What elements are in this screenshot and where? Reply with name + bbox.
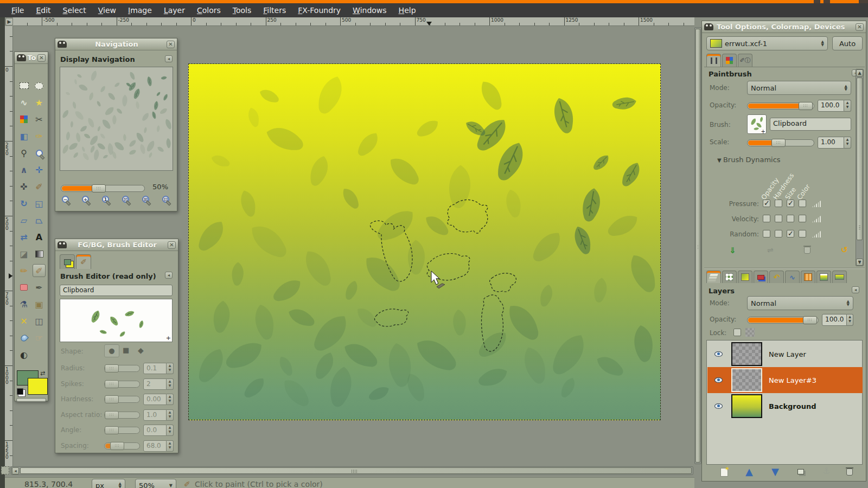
- menu-fx-foundry[interactable]: FX-Foundry: [292, 4, 347, 16]
- close-icon[interactable]: ✕: [37, 54, 46, 62]
- dynamics-random-opacity-checkbox[interactable]: [763, 230, 770, 237]
- delete-dynamics-icon[interactable]: [804, 247, 810, 254]
- menu-layer[interactable]: Layer: [158, 4, 191, 16]
- layer-mode-select[interactable]: Normal▲▼: [747, 296, 853, 310]
- tab-fg-bg-colors[interactable]: [60, 254, 75, 269]
- delete-layer-button[interactable]: [846, 468, 853, 476]
- tab-paths[interactable]: ∿: [785, 271, 800, 283]
- auto-button[interactable]: Auto: [832, 36, 863, 50]
- brush-editor-titlebar[interactable]: FG/BG, Brush Editor ✕: [55, 239, 178, 251]
- menu-file[interactable]: File: [5, 4, 30, 16]
- restore-dynamics-icon[interactable]: ⇌: [767, 246, 774, 254]
- ink-tool[interactable]: ⚗: [17, 298, 30, 311]
- perspective-tool[interactable]: ⏢: [33, 214, 46, 227]
- heal-tool[interactable]: ✕: [17, 314, 30, 328]
- move-tool[interactable]: ✛: [33, 163, 46, 176]
- paths-tool[interactable]: ✑: [33, 130, 46, 143]
- collapse-icon[interactable]: ◂: [852, 286, 859, 293]
- layer-row-new-layer[interactable]: New Layer: [707, 341, 863, 367]
- clone-tool[interactable]: ▣: [33, 298, 46, 311]
- fuzzy-select-tool[interactable]: ★: [33, 96, 46, 109]
- visibility-eye-icon[interactable]: [714, 377, 723, 383]
- unit-select[interactable]: px▲▼: [92, 479, 125, 488]
- navigation-preview[interactable]: [60, 67, 173, 171]
- menu-tools[interactable]: Tools: [227, 4, 258, 16]
- shape-circle-button[interactable]: ●: [104, 344, 119, 357]
- foreground-select-tool[interactable]: ◧: [17, 130, 30, 143]
- zoom-tool[interactable]: [33, 146, 46, 159]
- brush-select[interactable]: Clipboard: [770, 118, 851, 131]
- layer-thumbnail[interactable]: [731, 368, 762, 392]
- visibility-eye-icon[interactable]: [714, 403, 723, 409]
- dock-titlebar[interactable]: Tool Options, Colormap, Devices ✕: [702, 21, 866, 33]
- tab-device-status[interactable]: ✐ⓘ: [738, 54, 752, 67]
- paintbrush-tool[interactable]: ✐: [33, 264, 46, 277]
- scale-slider[interactable]: [747, 139, 814, 146]
- vertical-ruler[interactable]: 02 5 05 0 07 5 01 0 0 01 2 5 0: [5, 26, 13, 466]
- navigation-zoom-slider[interactable]: [61, 185, 145, 192]
- new-layer-button[interactable]: [720, 468, 728, 477]
- dodge-burn-tool[interactable]: ◐: [17, 348, 30, 361]
- dynamics-velocity-size-checkbox[interactable]: [787, 215, 794, 222]
- reset-icon[interactable]: ↺: [841, 245, 848, 255]
- paint-mode-select[interactable]: Normal▲▼: [747, 81, 851, 95]
- close-icon[interactable]: ✕: [168, 241, 176, 249]
- brush-dynamics-expander[interactable]: ▼ Brush Dynamics: [717, 156, 781, 164]
- scissors-select-tool[interactable]: ✂: [33, 113, 46, 126]
- menu-select[interactable]: Select: [57, 4, 92, 16]
- dynamics-random-color-checkbox[interactable]: [799, 230, 806, 237]
- canvas-hscrollbar[interactable]: ◂: [11, 466, 693, 475]
- text-tool[interactable]: A: [33, 230, 46, 243]
- perspective-clone-tool[interactable]: ◫: [33, 314, 46, 328]
- opacity-slider[interactable]: [747, 102, 814, 110]
- collapse-icon[interactable]: ◂: [165, 55, 173, 62]
- tab-tool-options[interactable]: [706, 54, 721, 67]
- color-picker-tool[interactable]: ⚲: [17, 146, 30, 159]
- select-by-color-tool[interactable]: [17, 113, 30, 126]
- tab-buffers[interactable]: [832, 271, 847, 283]
- tab-brushes[interactable]: [722, 271, 737, 283]
- crop-tool[interactable]: ✐: [33, 180, 46, 193]
- canvas[interactable]: [188, 63, 661, 420]
- canvas-vscrollbar[interactable]: [694, 27, 701, 464]
- layer-row-new-layer3[interactable]: New Layer#3: [707, 367, 863, 393]
- menu-colors[interactable]: Colors: [191, 4, 227, 16]
- raise-layer-button[interactable]: ▲: [745, 466, 753, 477]
- scale-tool[interactable]: ◱: [33, 197, 46, 210]
- close-icon[interactable]: ✕: [856, 23, 864, 31]
- navigation-titlebar[interactable]: Navigation ✕: [55, 38, 177, 50]
- menu-filters[interactable]: Filters: [257, 4, 292, 16]
- tab-gradients[interactable]: [738, 271, 752, 283]
- horizontal-ruler[interactable]: -500-2500250500750100012501500: [13, 17, 694, 26]
- shear-tool[interactable]: ▱: [17, 214, 30, 227]
- rectangle-select-tool[interactable]: [17, 79, 30, 92]
- zoom-in-button[interactable]: +: [82, 196, 89, 203]
- dynamics-pressure-opacity-checkbox[interactable]: [763, 200, 770, 207]
- tab-colormap[interactable]: [722, 54, 737, 67]
- anchor-layer-button[interactable]: ⚓: [822, 466, 830, 476]
- menu-image[interactable]: Image: [122, 4, 158, 16]
- flip-tool[interactable]: ⇄: [17, 230, 30, 243]
- dynamics-velocity-color-checkbox[interactable]: [799, 215, 806, 222]
- scale-spin[interactable]: 1.00▲▼: [818, 137, 851, 149]
- free-select-tool[interactable]: ∿: [17, 96, 30, 109]
- menu-help[interactable]: Help: [393, 4, 422, 16]
- layer-opacity-spin[interactable]: 100.0▲▼: [822, 314, 853, 326]
- menu-windows[interactable]: Windows: [347, 4, 393, 16]
- eraser-tool[interactable]: [17, 281, 30, 294]
- image-selector[interactable]: errwut.xcf-1 ▲▼: [706, 36, 828, 50]
- zoom-fit-image-button[interactable]: ⊡: [122, 196, 129, 203]
- quick-mask-toggle[interactable]: [1, 466, 9, 474]
- tab-undo-history[interactable]: ↶: [769, 271, 784, 283]
- shape-square-button[interactable]: ■: [123, 346, 129, 354]
- ruler-menu-button[interactable]: ▶: [5, 18, 13, 25]
- dynamics-random-hardness-checkbox[interactable]: [775, 230, 782, 237]
- scroll-left-button[interactable]: ◂: [12, 467, 19, 474]
- save-dynamics-icon[interactable]: ⇓: [729, 246, 736, 255]
- dynamics-pressure-size-checkbox[interactable]: [787, 200, 794, 207]
- collapse-icon[interactable]: ◂: [165, 272, 173, 279]
- dynamics-pressure-hardness-checkbox[interactable]: [775, 200, 782, 207]
- blur-sharpen-tool[interactable]: [17, 331, 30, 344]
- visibility-eye-icon[interactable]: [714, 351, 723, 357]
- tab-patterns[interactable]: [801, 271, 815, 283]
